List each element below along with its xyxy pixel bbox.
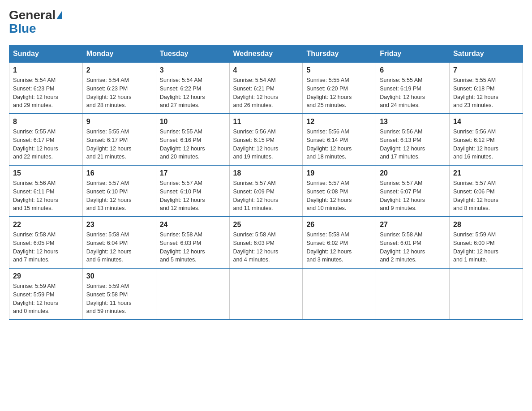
day-number: 22: [13, 221, 79, 229]
calendar-table: Sunday Monday Tuesday Wednesday Thursday…: [9, 45, 523, 320]
day-info: Sunrise: 5:57 AMSunset: 6:09 PMDaylight:…: [233, 180, 279, 211]
table-row: 2Sunrise: 5:54 AMSunset: 6:23 PMDaylight…: [82, 63, 156, 114]
table-row: [156, 268, 229, 320]
day-info: Sunrise: 5:54 AMSunset: 6:21 PMDaylight:…: [233, 77, 279, 108]
table-row: 21Sunrise: 5:57 AMSunset: 6:06 PMDayligh…: [450, 165, 523, 217]
table-row: 20Sunrise: 5:57 AMSunset: 6:07 PMDayligh…: [376, 165, 450, 217]
day-number: 30: [86, 272, 152, 280]
day-number: 2: [86, 66, 152, 74]
day-number: 21: [453, 169, 519, 177]
table-row: 10Sunrise: 5:55 AMSunset: 6:16 PMDayligh…: [156, 114, 229, 165]
table-row: 24Sunrise: 5:58 AMSunset: 6:03 PMDayligh…: [156, 217, 229, 268]
day-info: Sunrise: 5:55 AMSunset: 6:18 PMDaylight:…: [453, 77, 498, 108]
table-row: 16Sunrise: 5:57 AMSunset: 6:10 PMDayligh…: [82, 165, 156, 217]
day-number: 3: [160, 66, 226, 74]
day-info: Sunrise: 5:59 AMSunset: 5:58 PMDaylight:…: [86, 283, 132, 314]
day-number: 9: [86, 118, 152, 126]
table-row: 13Sunrise: 5:56 AMSunset: 6:13 PMDayligh…: [376, 114, 450, 165]
day-number: 28: [453, 221, 519, 229]
page-header: General Blue: [9, 9, 523, 36]
day-info: Sunrise: 5:57 AMSunset: 6:07 PMDaylight:…: [380, 180, 425, 211]
day-info: Sunrise: 5:54 AMSunset: 6:23 PMDaylight:…: [13, 77, 58, 108]
logo-blue: Blue: [9, 21, 36, 35]
day-number: 11: [233, 118, 299, 126]
table-row: [376, 268, 450, 320]
table-row: [229, 268, 303, 320]
day-number: 27: [380, 221, 446, 229]
week-row-3: 15Sunrise: 5:56 AMSunset: 6:11 PMDayligh…: [9, 165, 523, 217]
day-number: 13: [380, 118, 446, 126]
day-number: 5: [306, 66, 372, 74]
day-info: Sunrise: 5:55 AMSunset: 6:20 PMDaylight:…: [306, 77, 352, 108]
day-number: 7: [453, 66, 519, 74]
table-row: 25Sunrise: 5:58 AMSunset: 6:03 PMDayligh…: [229, 217, 303, 268]
header-row: Sunday Monday Tuesday Wednesday Thursday…: [9, 45, 523, 63]
day-info: Sunrise: 5:56 AMSunset: 6:15 PMDaylight:…: [233, 128, 279, 160]
day-info: Sunrise: 5:56 AMSunset: 6:14 PMDaylight:…: [306, 128, 352, 160]
day-number: 20: [380, 169, 446, 177]
table-row: 17Sunrise: 5:57 AMSunset: 6:10 PMDayligh…: [156, 165, 229, 217]
week-row-5: 29Sunrise: 5:59 AMSunset: 5:59 PMDayligh…: [9, 268, 523, 320]
week-row-4: 22Sunrise: 5:58 AMSunset: 6:05 PMDayligh…: [9, 217, 523, 268]
table-row: 28Sunrise: 5:59 AMSunset: 6:00 PMDayligh…: [450, 217, 523, 268]
day-info: Sunrise: 5:56 AMSunset: 6:13 PMDaylight:…: [380, 128, 425, 160]
day-info: Sunrise: 5:58 AMSunset: 6:04 PMDaylight:…: [86, 231, 132, 263]
table-row: 3Sunrise: 5:54 AMSunset: 6:22 PMDaylight…: [156, 63, 229, 114]
table-row: 19Sunrise: 5:57 AMSunset: 6:08 PMDayligh…: [303, 165, 376, 217]
day-info: Sunrise: 5:59 AMSunset: 6:00 PMDaylight:…: [453, 231, 498, 263]
table-row: [450, 268, 523, 320]
day-number: 12: [306, 118, 372, 126]
day-number: 14: [453, 118, 519, 126]
week-row-2: 8Sunrise: 5:55 AMSunset: 6:17 PMDaylight…: [9, 114, 523, 165]
table-row: 8Sunrise: 5:55 AMSunset: 6:17 PMDaylight…: [9, 114, 83, 165]
table-row: 30Sunrise: 5:59 AMSunset: 5:58 PMDayligh…: [82, 268, 156, 320]
logo-triangle-icon: [56, 11, 62, 19]
day-info: Sunrise: 5:57 AMSunset: 6:06 PMDaylight:…: [453, 180, 498, 211]
logo: General Blue: [9, 9, 62, 36]
day-number: 10: [160, 118, 226, 126]
day-info: Sunrise: 5:55 AMSunset: 6:17 PMDaylight:…: [13, 128, 58, 160]
table-row: 22Sunrise: 5:58 AMSunset: 6:05 PMDayligh…: [9, 217, 83, 268]
day-number: 4: [233, 66, 299, 74]
table-row: 7Sunrise: 5:55 AMSunset: 6:18 PMDaylight…: [450, 63, 523, 114]
day-number: 6: [380, 66, 446, 74]
col-sunday: Sunday: [9, 45, 83, 63]
table-row: 23Sunrise: 5:58 AMSunset: 6:04 PMDayligh…: [82, 217, 156, 268]
table-row: 11Sunrise: 5:56 AMSunset: 6:15 PMDayligh…: [229, 114, 303, 165]
day-info: Sunrise: 5:54 AMSunset: 6:23 PMDaylight:…: [86, 77, 132, 108]
day-info: Sunrise: 5:54 AMSunset: 6:22 PMDaylight:…: [160, 77, 205, 108]
table-row: 15Sunrise: 5:56 AMSunset: 6:11 PMDayligh…: [9, 165, 83, 217]
table-row: 4Sunrise: 5:54 AMSunset: 6:21 PMDaylight…: [229, 63, 303, 114]
day-number: 19: [306, 169, 372, 177]
day-number: 24: [160, 221, 226, 229]
table-row: 12Sunrise: 5:56 AMSunset: 6:14 PMDayligh…: [303, 114, 376, 165]
day-number: 16: [86, 169, 152, 177]
table-row: [303, 268, 376, 320]
col-monday: Monday: [82, 45, 156, 63]
day-number: 25: [233, 221, 299, 229]
col-friday: Friday: [376, 45, 450, 63]
day-info: Sunrise: 5:58 AMSunset: 6:01 PMDaylight:…: [380, 231, 425, 263]
day-number: 15: [13, 169, 79, 177]
day-info: Sunrise: 5:58 AMSunset: 6:03 PMDaylight:…: [233, 231, 279, 263]
col-wednesday: Wednesday: [229, 45, 303, 63]
day-number: 29: [13, 272, 79, 280]
table-row: 18Sunrise: 5:57 AMSunset: 6:09 PMDayligh…: [229, 165, 303, 217]
table-row: 6Sunrise: 5:55 AMSunset: 6:19 PMDaylight…: [376, 63, 450, 114]
week-row-1: 1Sunrise: 5:54 AMSunset: 6:23 PMDaylight…: [9, 63, 523, 114]
day-info: Sunrise: 5:58 AMSunset: 6:05 PMDaylight:…: [13, 231, 58, 263]
day-info: Sunrise: 5:55 AMSunset: 6:17 PMDaylight:…: [86, 128, 132, 160]
table-row: 26Sunrise: 5:58 AMSunset: 6:02 PMDayligh…: [303, 217, 376, 268]
table-row: 29Sunrise: 5:59 AMSunset: 5:59 PMDayligh…: [9, 268, 83, 320]
day-info: Sunrise: 5:55 AMSunset: 6:16 PMDaylight:…: [160, 128, 205, 160]
col-thursday: Thursday: [303, 45, 376, 63]
table-row: 1Sunrise: 5:54 AMSunset: 6:23 PMDaylight…: [9, 63, 83, 114]
day-info: Sunrise: 5:58 AMSunset: 6:02 PMDaylight:…: [306, 231, 352, 263]
day-number: 18: [233, 169, 299, 177]
day-info: Sunrise: 5:58 AMSunset: 6:03 PMDaylight:…: [160, 231, 205, 263]
day-number: 8: [13, 118, 79, 126]
day-number: 26: [306, 221, 372, 229]
day-info: Sunrise: 5:56 AMSunset: 6:11 PMDaylight:…: [13, 180, 58, 211]
day-info: Sunrise: 5:56 AMSunset: 6:12 PMDaylight:…: [453, 128, 498, 160]
day-number: 1: [13, 66, 79, 74]
